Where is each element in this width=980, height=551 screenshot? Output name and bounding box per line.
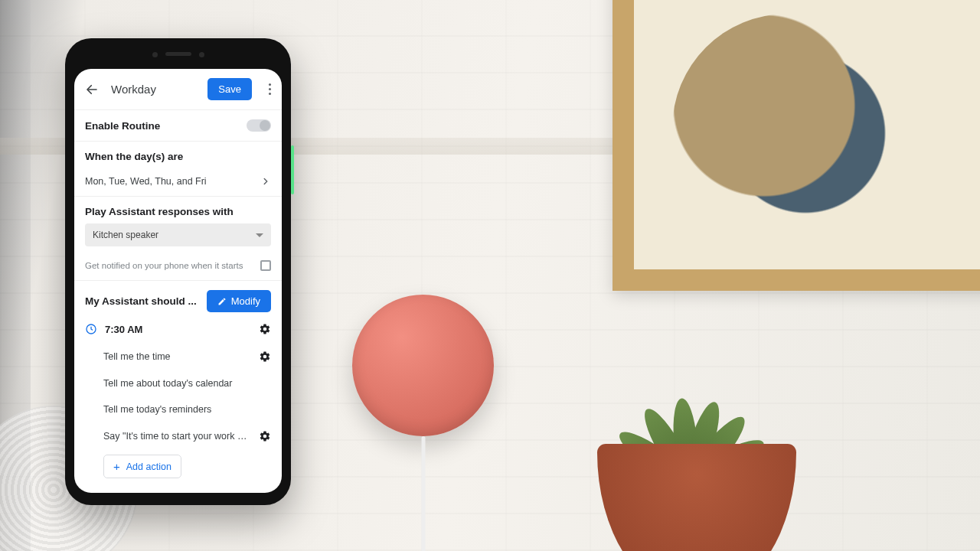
chevron-right-icon xyxy=(260,176,271,187)
responses-header: Play Assistant responses with xyxy=(85,206,271,217)
framed-art xyxy=(612,0,980,291)
app-screen: Workday Save Enable Routine When the day… xyxy=(74,69,282,493)
time-value: 7:30 AM xyxy=(105,324,251,335)
caret-down-icon xyxy=(256,233,263,241)
speaker-selected: Kitchen speaker xyxy=(93,230,158,240)
modify-button[interactable]: Modify xyxy=(207,290,271,312)
action-settings-button[interactable] xyxy=(259,350,271,363)
enable-label: Enable Routine xyxy=(85,120,160,132)
nest-mini-speaker xyxy=(352,295,494,436)
time-row: 7:30 AM xyxy=(74,312,282,343)
plus-icon: + xyxy=(113,461,120,472)
save-button-label: Save xyxy=(218,83,241,95)
page-title: Workday xyxy=(111,83,197,96)
enable-toggle[interactable] xyxy=(247,119,271,132)
phone-power-button xyxy=(291,145,294,194)
time-settings-button[interactable] xyxy=(259,323,271,335)
save-button[interactable]: Save xyxy=(207,78,252,100)
action-item[interactable]: Say "It's time to start your work day. H… xyxy=(85,422,271,450)
kebab-icon xyxy=(269,83,271,95)
overflow-menu-button[interactable] xyxy=(267,82,273,96)
days-row[interactable]: Mon, Tue, Wed, Thu, and Fri xyxy=(85,176,271,187)
days-value: Mon, Tue, Wed, Thu, and Fri xyxy=(85,176,207,187)
days-header: When the day(s) are xyxy=(85,151,271,162)
section-responses: Play Assistant responses with Kitchen sp… xyxy=(74,196,282,280)
gear-icon xyxy=(259,350,271,363)
phone-mockup: Workday Save Enable Routine When the day… xyxy=(65,38,291,505)
assistant-header: My Assistant should ... xyxy=(85,295,197,307)
gear-icon xyxy=(259,323,271,335)
add-action-label: Add action xyxy=(126,461,172,472)
action-item[interactable]: Tell me today's reminders xyxy=(85,396,271,422)
section-enable: Enable Routine xyxy=(74,110,282,141)
phone-sensors xyxy=(152,52,204,57)
action-settings-button[interactable] xyxy=(259,430,271,442)
arrow-left-icon xyxy=(85,83,99,96)
add-action-button[interactable]: +Add action xyxy=(103,455,181,478)
app-bar: Workday Save xyxy=(74,69,282,110)
speaker-select[interactable]: Kitchen speaker xyxy=(85,223,271,246)
action-text: Say "It's time to start your work day. H… xyxy=(103,431,251,442)
pencil-icon xyxy=(217,297,227,306)
gear-icon xyxy=(259,430,271,442)
section-assistant: My Assistant should ... Modify 7:30 AM T… xyxy=(74,280,282,493)
content-scroll[interactable]: Enable Routine When the day(s) are Mon, … xyxy=(74,110,282,493)
notify-label: Get notified on your phone when it start… xyxy=(85,261,243,270)
clock-icon xyxy=(85,323,97,335)
action-text: Tell me the time xyxy=(103,351,251,362)
action-item[interactable]: Tell me the time xyxy=(85,343,271,370)
plant-pot xyxy=(597,444,796,551)
section-days: When the day(s) are Mon, Tue, Wed, Thu, … xyxy=(74,141,282,196)
action-text: Tell me about today's calendar xyxy=(103,378,271,389)
back-button[interactable] xyxy=(83,81,100,98)
modify-label: Modify xyxy=(231,295,260,307)
actions-list: Tell me the timeTell me about today's ca… xyxy=(74,343,282,487)
action-item[interactable]: Tell me about today's calendar xyxy=(85,370,271,396)
notify-checkbox[interactable] xyxy=(260,260,271,271)
action-text: Tell me today's reminders xyxy=(103,404,271,415)
